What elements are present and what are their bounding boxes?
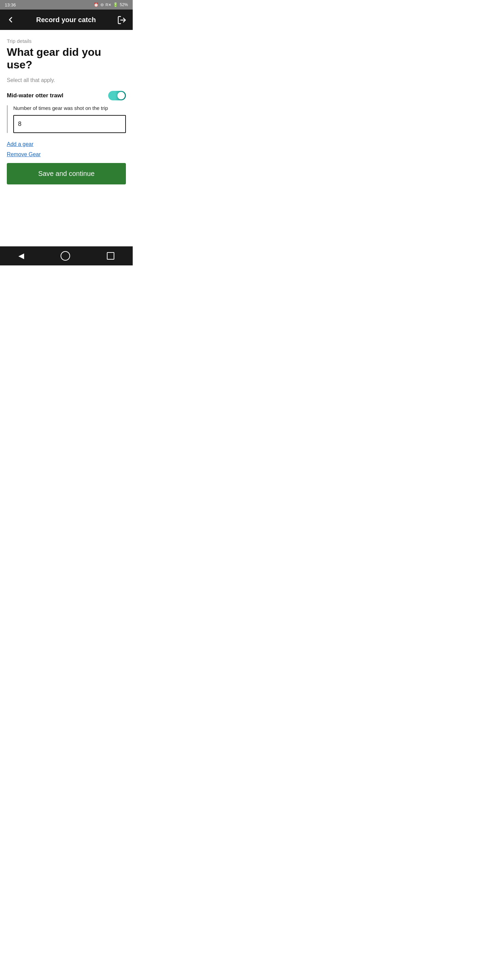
status-icons: ⏰ ⊖ R✕ 🔋 52% — [94, 2, 128, 7]
select-hint: Select all that apply. — [7, 77, 126, 83]
remove-gear-row: Remove Gear — [7, 151, 126, 158]
battery-icon: 🔋 — [113, 2, 118, 7]
page-heading: What gear did you use? — [7, 46, 126, 71]
back-button[interactable] — [6, 15, 15, 24]
bottom-nav: ◀ — [0, 247, 133, 266]
add-gear-row: Add a gear — [7, 141, 126, 147]
remove-gear-link[interactable]: Remove Gear — [7, 151, 41, 157]
gear-toggle-row: Mid-water otter trawl — [7, 91, 126, 100]
status-time: 13:36 — [5, 2, 16, 8]
toggle-track — [108, 91, 126, 100]
nav-bar: Record your catch — [0, 10, 133, 30]
gear-detail-inner: Number of times gear was shot on the tri… — [13, 105, 126, 133]
exit-button[interactable] — [117, 14, 127, 25]
trip-label: Trip details — [7, 38, 126, 44]
main-content: Trip details What gear did you use? Sele… — [0, 30, 133, 247]
signal-icon: R✕ — [105, 3, 111, 7]
gear-detail-section: Number of times gear was shot on the tri… — [7, 105, 126, 133]
gear-toggle[interactable] — [108, 91, 126, 100]
battery-percent: 52% — [120, 2, 128, 7]
nav-title: Record your catch — [36, 16, 96, 24]
gear-shots-input[interactable] — [13, 115, 126, 133]
nav-home-button[interactable] — [60, 251, 70, 261]
save-continue-button[interactable]: Save and continue — [7, 163, 126, 185]
status-bar: 13:36 ⏰ ⊖ R✕ 🔋 52% — [0, 0, 133, 10]
minus-circle-icon: ⊖ — [100, 2, 104, 7]
nav-recent-button[interactable] — [107, 252, 115, 259]
alarm-icon: ⏰ — [94, 2, 99, 7]
gear-name: Mid-water otter trawl — [7, 92, 63, 99]
toggle-thumb — [118, 92, 125, 99]
gear-detail-label: Number of times gear was shot on the tri… — [13, 105, 126, 111]
nav-back-button[interactable]: ◀ — [18, 251, 24, 260]
side-line — [7, 105, 8, 133]
add-gear-link[interactable]: Add a gear — [7, 141, 33, 147]
